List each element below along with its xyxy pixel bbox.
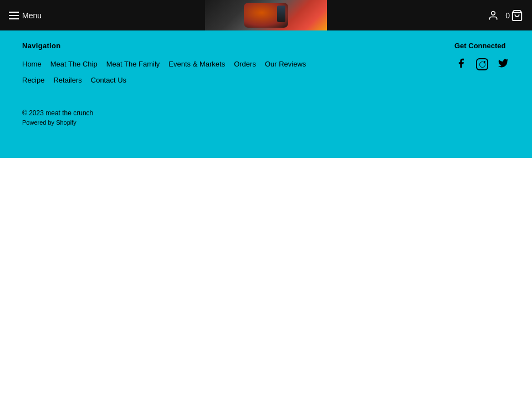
instagram-icon [476, 58, 488, 70]
facebook-icon [456, 58, 467, 71]
nav-link-home[interactable]: Home [22, 58, 42, 70]
white-space [0, 158, 532, 399]
instagram-link[interactable] [475, 58, 489, 71]
nav-link-contact-us[interactable]: Contact Us [91, 74, 126, 86]
hamburger-icon [9, 12, 19, 19]
product-image [205, 0, 327, 30]
cart-button[interactable]: 0 [505, 9, 523, 22]
footer-nav-column: Navigation Home Meat The Chip Meat The F… [22, 42, 332, 87]
nav-link-orders[interactable]: Orders [234, 58, 256, 70]
menu-label: Menu [22, 11, 42, 20]
account-button[interactable] [488, 10, 499, 21]
header: Menu 0 [0, 0, 532, 30]
social-heading: Get Connected [454, 42, 510, 50]
nav-link-meat-the-family[interactable]: Meat The Family [106, 58, 160, 70]
nav-link-meat-the-chip[interactable]: Meat The Chip [50, 58, 98, 70]
nav-link-recipe[interactable]: Recipe [22, 74, 44, 86]
copyright: © 2023 meat the crunch [22, 109, 510, 117]
nav-link-our-reviews[interactable]: Our Reviews [265, 58, 306, 70]
nav-link-retailers[interactable]: Retailers [53, 74, 81, 86]
nav-link-events-markets[interactable]: Events & Markets [168, 58, 225, 70]
twitter-link[interactable] [497, 58, 510, 71]
powered-by: Powered by Shopify [22, 119, 510, 126]
header-left: Menu [9, 11, 42, 20]
header-center [205, 0, 327, 30]
menu-button[interactable] [9, 12, 19, 19]
product-shape [244, 3, 288, 28]
header-right: 0 [488, 9, 523, 22]
svg-point-0 [492, 11, 495, 15]
footer-social-column: Get Connected [454, 42, 510, 87]
social-icons [454, 58, 510, 71]
footer: Navigation Home Meat The Chip Meat The F… [0, 30, 532, 158]
twitter-icon [498, 58, 509, 71]
footer-bottom: © 2023 meat the crunch Powered by Shopif… [22, 104, 510, 126]
footer-top: Navigation Home Meat The Chip Meat The F… [22, 42, 510, 87]
facebook-link[interactable] [454, 58, 468, 71]
shopify-link[interactable]: Powered by Shopify [22, 119, 76, 126]
cart-count: 0 [505, 11, 510, 20]
footer-nav-links: Home Meat The Chip Meat The Family Event… [22, 58, 332, 87]
nav-heading: Navigation [22, 42, 332, 50]
